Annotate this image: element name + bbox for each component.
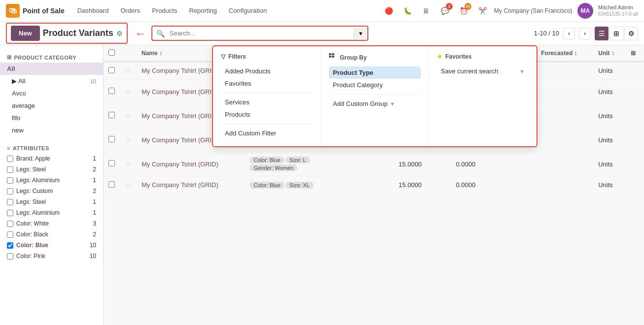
separator-2 (221, 124, 313, 124)
title-area: New Product Variants ⚙ (6, 23, 128, 44)
col-settings[interactable]: ⊞ (626, 45, 644, 62)
col-unit[interactable]: Unit ↕ (593, 45, 625, 62)
row-unit: Units (593, 152, 625, 176)
row-checkbox[interactable] (104, 80, 120, 104)
list-view-button[interactable]: ☰ (595, 27, 608, 40)
attr-legs-custom[interactable]: Legs: Custom 2 (0, 186, 103, 196)
col-checkbox (104, 45, 120, 62)
row-action (626, 152, 644, 176)
attr-color-black[interactable]: Color: Black 2 (0, 229, 103, 240)
filter-products[interactable]: Products (221, 108, 313, 121)
sidebar-item-avco[interactable]: Avco (0, 87, 103, 99)
attr-legs-steel-1[interactable]: Legs: Steel 2 (0, 164, 103, 175)
filter-add-custom[interactable]: Add Custom Filter (221, 127, 313, 139)
table-row: ☆ My Company Tshirt (GRID) Color: BlueSi… (104, 152, 644, 176)
table-row: ☆ My Company Tshirt (GRID) Color: BlueSi… (104, 176, 644, 194)
filters-title: ▽ Filters (221, 53, 313, 60)
row-checkbox[interactable] (104, 104, 120, 128)
nav-dashboard[interactable]: Dashboard (72, 4, 114, 17)
next-page-button[interactable]: › (579, 28, 591, 39)
sidebar-item-fifo[interactable]: fifo (0, 112, 103, 124)
attr-color-blue[interactable]: Color: Blue 10 (0, 240, 103, 251)
row-price: 15.0000 (394, 152, 451, 176)
attr-legs-steel-2[interactable]: Legs: Steel 1 (0, 196, 103, 207)
row-unit: Units (593, 176, 625, 194)
sidebar-item-average[interactable]: average (0, 99, 103, 112)
prev-page-button[interactable]: ‹ (563, 28, 575, 39)
groupby-product-category[interactable]: Product Category (329, 79, 421, 91)
row-cost: 0.0000 (451, 152, 487, 176)
row-star[interactable]: ☆ (120, 104, 137, 128)
search-input[interactable] (165, 27, 354, 40)
attr-color-white[interactable]: Color: White 3 (0, 218, 103, 229)
nav-configuration[interactable]: Configuration (224, 4, 272, 17)
user-info: Mitchell Admin 63451535-17-0-all (598, 4, 638, 17)
sidebar: ⊞ PRODUCT CATEGORY All ▶ All 10 Avco ave… (0, 45, 104, 325)
search-dropdown-button[interactable]: ▼ (354, 28, 367, 39)
row-checkbox[interactable] (104, 128, 120, 152)
favorites-section: ★ Favorites Save current search ▼ (429, 46, 537, 146)
clock-icon[interactable]: ⏰ 45 (457, 4, 470, 18)
groupby-product-type[interactable]: Product Type (329, 66, 421, 79)
sidebar-item-all-active[interactable]: All (0, 63, 103, 75)
app-name: Point of Sale (23, 7, 65, 15)
tools-icon[interactable]: ✂️ (475, 4, 489, 18)
status-red-icon[interactable]: 🔴 (382, 4, 395, 18)
settings-view-button[interactable]: ⚙ (624, 27, 638, 40)
row-tags: Color: BlueSize: XL (244, 176, 394, 194)
row-tags: Color: BlueSize: LGender: Women (244, 152, 394, 176)
row-checkbox[interactable] (104, 152, 120, 176)
search-dropdown-overlay: ▽ Filters Added Products Favorites Servi… (212, 45, 537, 147)
attr-legs-aluminium-1[interactable]: Legs: Aluminium 1 (0, 175, 103, 186)
new-button[interactable]: New (11, 26, 40, 41)
logo-icon: 🛍 (6, 4, 20, 18)
row-name[interactable]: My Company Tshirt (GRID) (137, 152, 244, 176)
app-logo[interactable]: 🛍 Point of Sale (6, 4, 65, 18)
user-avatar[interactable]: MA (577, 3, 593, 19)
sidebar-item-new[interactable]: new (0, 124, 103, 136)
kanban-view-button[interactable]: ⊞ (609, 27, 623, 40)
monitor-icon[interactable]: 🖥 (419, 4, 433, 18)
attr-brand-apple[interactable]: Brand: Apple 1 (0, 153, 103, 164)
row-checkbox[interactable] (104, 176, 120, 194)
col-star (120, 45, 137, 62)
row-star[interactable]: ☆ (120, 176, 137, 194)
svg-rect-0 (329, 53, 331, 55)
page-title: Product Variants (43, 28, 113, 38)
select-all-checkbox[interactable] (108, 49, 115, 56)
row-unit: Units (593, 80, 625, 104)
filter-added-products[interactable]: Added Products (221, 65, 313, 77)
row-action (626, 128, 644, 152)
bug-icon[interactable]: 🐛 (400, 4, 414, 18)
attr-color-pink[interactable]: Color: Pink 10 (0, 251, 103, 261)
row-star[interactable]: ☆ (120, 152, 137, 176)
favorites-expand-arrow: ▼ (519, 68, 525, 74)
nav-products[interactable]: Products (147, 4, 182, 17)
sidebar-item-all-count[interactable]: ▶ All 10 (0, 75, 103, 87)
pagination: 1-10 / 10 ‹ › ☰ ⊞ ⚙ (534, 27, 638, 40)
row-star[interactable]: ☆ (120, 80, 137, 104)
table-area: Name ↕ Sales Price ↕ Cost ↕ On Hand ↕ Fo… (104, 45, 644, 325)
view-options: ☰ ⊞ ⚙ (595, 27, 638, 40)
groupby-add-custom[interactable]: Add Custom Group ▼ (329, 98, 421, 110)
row-onhand (488, 176, 537, 194)
row-unit: Units (593, 104, 625, 128)
favorites-save-search[interactable]: Save current search ▼ (437, 65, 529, 77)
top-navigation: 🛍 Point of Sale Dashboard Orders Product… (0, 0, 644, 22)
nav-orders[interactable]: Orders (115, 4, 145, 17)
row-unit: Units (593, 128, 625, 152)
row-star[interactable]: ☆ (120, 128, 137, 152)
chat-icon[interactable]: 💬 2 (438, 4, 452, 18)
filter-favorites[interactable]: Favorites (221, 77, 313, 90)
row-forecasted (536, 80, 593, 104)
col-forecasted[interactable]: Forecasted ↕ (536, 45, 593, 62)
settings-gear-icon[interactable]: ⚙ (116, 30, 123, 37)
row-action (626, 176, 644, 194)
attr-legs-aluminium-2[interactable]: Legs: Aluminium 1 (0, 207, 103, 218)
nav-menu: Dashboard Orders Products Reporting Conf… (72, 4, 374, 17)
row-star[interactable]: ☆ (120, 62, 137, 80)
filter-services[interactable]: Services (221, 96, 313, 108)
row-checkbox[interactable] (104, 62, 120, 80)
row-name[interactable]: My Company Tshirt (GRID) (137, 176, 244, 194)
nav-reporting[interactable]: Reporting (184, 4, 221, 17)
